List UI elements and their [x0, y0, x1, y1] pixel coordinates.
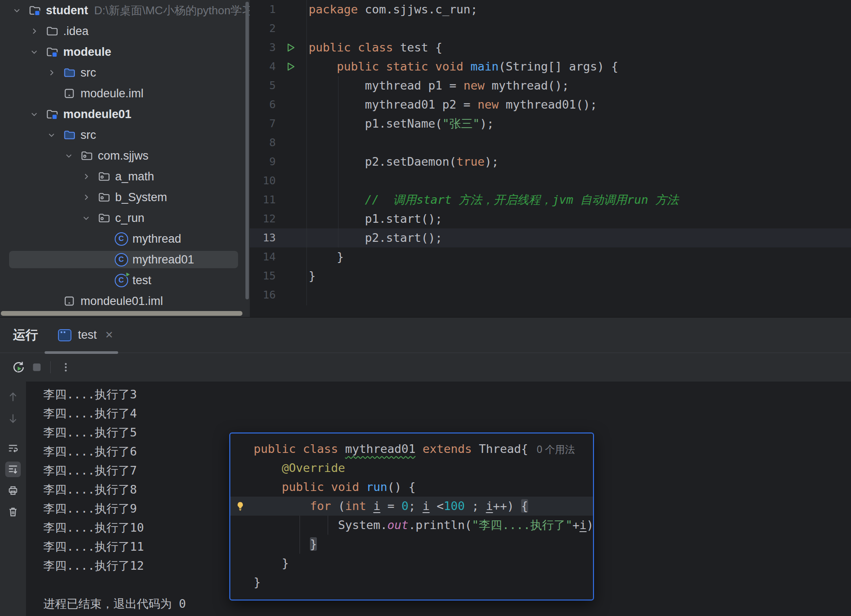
line-number[interactable]: 13: [250, 228, 276, 247]
popup-gutter: [230, 459, 250, 478]
chevron-down-icon[interactable]: [80, 213, 93, 223]
code-line: 12 p1.start();: [250, 209, 851, 228]
tree-item-student[interactable]: studentD:\新桌面\MC小杨的python学习文: [0, 0, 250, 21]
tree-item-.idea[interactable]: .idea: [0, 21, 250, 42]
run-tool-window-header: 运行 test ✕: [0, 318, 851, 353]
gutter-spacer: [276, 95, 305, 114]
chevron-down-icon[interactable]: [28, 109, 41, 119]
stop-button[interactable]: [28, 358, 46, 376]
gutter-spacer: [276, 209, 305, 228]
tree-item-label: a_math: [115, 170, 154, 183]
line-number[interactable]: 2: [250, 19, 276, 38]
line-number[interactable]: 1: [250, 0, 276, 19]
line-number[interactable]: 3: [250, 38, 276, 57]
popup-code: public class mythread01 extends Thread{0…: [230, 440, 593, 592]
tree-item-a_math[interactable]: a_math: [0, 166, 250, 187]
code-editor[interactable]: 1package com.sjjws.c_run;23public class …: [250, 0, 851, 317]
popup-gutter: [230, 535, 250, 554]
popup-gutter: [230, 478, 250, 497]
chevron-down-icon[interactable]: [62, 151, 75, 160]
line-number[interactable]: 7: [250, 114, 276, 133]
chevron-right-icon[interactable]: [28, 26, 41, 36]
popup-gutter: [230, 440, 250, 459]
tree-item-label: .idea: [63, 25, 89, 38]
soft-wrap-button[interactable]: [5, 440, 21, 456]
line-number[interactable]: 8: [250, 133, 276, 152]
line-number[interactable]: 9: [250, 152, 276, 171]
line-number[interactable]: 11: [250, 190, 276, 209]
lightbulb-icon[interactable]: [230, 497, 250, 516]
code-line: 8: [250, 133, 851, 152]
chevron-down-icon[interactable]: [45, 130, 58, 140]
tree-item-label: mythread: [132, 232, 181, 246]
line-number[interactable]: 15: [250, 266, 276, 286]
class-icon: C: [114, 232, 128, 246]
close-icon[interactable]: ✕: [105, 329, 113, 341]
line-number[interactable]: 12: [250, 209, 276, 228]
line-number[interactable]: 6: [250, 95, 276, 114]
line-number[interactable]: 16: [250, 286, 276, 305]
line-number[interactable]: 5: [250, 76, 276, 95]
nav-down-button[interactable]: [5, 411, 21, 426]
tab-test[interactable]: test ✕: [58, 328, 113, 342]
rerun-button[interactable]: [10, 358, 28, 376]
tree-item-label: modeule: [63, 45, 111, 59]
tree-item-mythread[interactable]: Cmythread: [0, 228, 250, 249]
popup-gutter: [230, 554, 250, 573]
tree-item-label: src: [81, 128, 96, 142]
tree-item-com.sjjws[interactable]: com.sjjws: [0, 145, 250, 166]
tree-item-b_System[interactable]: b_System: [0, 187, 250, 208]
gutter-spacer: [276, 228, 305, 247]
chevron-down-icon[interactable]: [28, 47, 41, 57]
chevron-right-icon[interactable]: [80, 192, 93, 202]
tree-item-c_run[interactable]: c_run: [0, 208, 250, 228]
class-run-icon: C: [114, 274, 128, 287]
scroll-to-end-button[interactable]: [5, 462, 21, 477]
more-options-button[interactable]: [57, 358, 75, 376]
gutter-spacer: [276, 247, 305, 266]
run-tool-window-title[interactable]: 运行: [13, 327, 38, 344]
tree-item-mythread01[interactable]: Cmythread01: [0, 249, 250, 270]
tree-item-label: mondeule01.iml: [81, 295, 163, 308]
code-line: 4 public static void main(String[] args)…: [250, 57, 851, 76]
chevron-down-icon[interactable]: [10, 6, 23, 15]
line-number[interactable]: 14: [250, 247, 276, 266]
tree-item-label: student: [46, 4, 88, 17]
tree-item-test[interactable]: Ctest: [0, 270, 250, 291]
tree-vertical-scrollbar[interactable]: [245, 2, 249, 299]
project-tree-panel[interactable]: studentD:\新桌面\MC小杨的python学习文.ideamodeule…: [0, 0, 250, 317]
chevron-right-icon[interactable]: [80, 172, 93, 181]
tree-item-label: modeule.iml: [81, 87, 144, 100]
run-line-icon[interactable]: [276, 57, 305, 76]
code-line: 1package com.sjjws.c_run;: [250, 0, 851, 19]
line-number[interactable]: 4: [250, 57, 276, 76]
tree-item-mondeule01.iml[interactable]: mondeule01.iml: [0, 291, 250, 311]
tree-item-modeule[interactable]: modeule: [0, 42, 250, 62]
tree-item-mondeule01[interactable]: mondeule01: [0, 104, 250, 125]
tree-item-src[interactable]: src: [0, 125, 250, 145]
gutter-spacer: [276, 171, 305, 190]
gutter-spacer: [276, 76, 305, 95]
ide-window: studentD:\新桌面\MC小杨的python学习文.ideamodeule…: [0, 0, 851, 616]
code-line: System.out.println("李四....执行了"+i);: [230, 516, 593, 535]
code-line: 7 p1.setName("张三");: [250, 114, 851, 133]
clear-console-button[interactable]: [5, 504, 21, 520]
console-toolbar: [0, 382, 26, 616]
print-button[interactable]: [5, 483, 21, 498]
gutter-spacer: [276, 133, 305, 152]
nav-up-button[interactable]: [5, 389, 21, 405]
code-line: for (int i = 0; i <100 ; i++) {: [230, 497, 593, 516]
tree-item-label: mythread01: [132, 253, 194, 266]
line-number[interactable]: 10: [250, 171, 276, 190]
class-icon: C: [114, 253, 128, 266]
code-line: public void run() {: [230, 478, 593, 497]
tree-item-src[interactable]: src: [0, 62, 250, 83]
tree-horizontal-scrollbar[interactable]: [1, 311, 242, 316]
code-line: 3public class test {: [250, 38, 851, 57]
chevron-right-icon[interactable]: [45, 68, 58, 77]
folder-icon: [45, 25, 59, 38]
tree-item-label: src: [81, 66, 96, 80]
tree-item-modeule.iml[interactable]: modeule.iml: [0, 83, 250, 104]
run-line-icon[interactable]: [276, 38, 305, 57]
package-icon: [97, 191, 111, 204]
